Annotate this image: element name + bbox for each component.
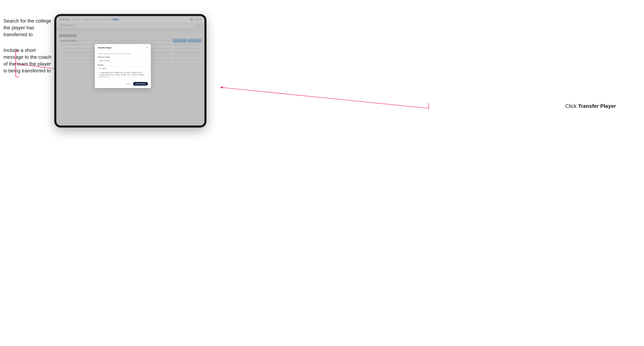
modal-overlay: Transfer Player ✕ Transfer the player an… — [56, 16, 204, 126]
modal-body: Transfer the player and their profile to… — [95, 51, 151, 80]
cancel-button[interactable]: Cancel — [124, 82, 132, 85]
annotation-right: Click Transfer Player — [565, 103, 616, 109]
modal-description: Transfer the player and their profile to… — [98, 53, 148, 54]
modal-close-button[interactable]: ✕ — [146, 46, 148, 49]
modal-footer: Cancel Transfer Player — [95, 80, 151, 88]
annotation-line-2: Include a short message to the coach of … — [4, 47, 52, 74]
svg-marker-6 — [220, 86, 222, 89]
message-textarea[interactable]: Hi Coach, I understand Chris Robertson h… — [98, 66, 148, 77]
annotation-left: Search for the college the player has tr… — [4, 17, 52, 83]
transfer-player-button[interactable]: Transfer Player — [133, 82, 148, 86]
tablet-screen: Update Roster Transfer Player ✕ Transfer… — [56, 16, 204, 126]
message-label: Message — [98, 64, 148, 66]
svg-line-5 — [220, 87, 429, 108]
modal-header: Transfer Player ✕ — [95, 44, 151, 51]
modal-title: Transfer Player — [98, 47, 112, 49]
tablet-frame: Update Roster Transfer Player ✕ Transfer… — [54, 14, 206, 128]
transfer-player-modal: Transfer Player ✕ Transfer the player an… — [95, 44, 151, 88]
annotation-right-bold: Transfer Player — [578, 103, 616, 109]
annotation-right-prefix: Click — [565, 103, 578, 109]
annotation-line-1: Search for the college the player has tr… — [4, 17, 52, 38]
search-college-label: Search for College — [98, 56, 148, 58]
search-college-input[interactable] — [98, 59, 148, 62]
